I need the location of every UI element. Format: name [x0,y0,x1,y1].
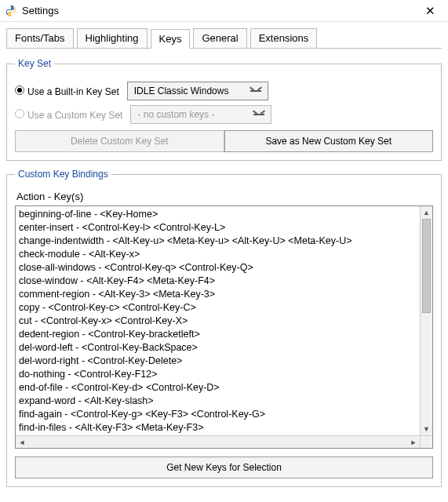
bindings-legend: Custom Key Bindings [15,169,111,180]
scroll-thumb[interactable] [422,219,431,313]
svg-point-1 [12,14,13,16]
scroll-down-icon[interactable]: ▼ [421,423,432,435]
list-item[interactable]: expand-word - <Alt-Key-slash> [19,395,417,408]
tab-fonts[interactable]: Fonts/Tabs [6,28,74,48]
builtin-keyset-row: Use a Built-in Key Set IDLE Classic Wind… [15,82,433,100]
titlebar: Settings ✕ [0,0,448,22]
list-item[interactable]: close-all-windows - <Control-Key-q> <Con… [19,261,417,275]
list-item[interactable]: cut - <Control-Key-x> <Control-Key-X> [19,315,417,328]
dropdown-icon [253,114,264,115]
bindings-listbox[interactable]: beginning-of-line - <Key-Home>center-ins… [15,206,433,449]
list-item[interactable]: check-module - <Alt-Key-x> [19,248,417,261]
close-button[interactable]: ✕ [417,2,443,20]
builtin-keyset-combo[interactable]: IDLE Classic Windows [127,82,268,100]
builtin-radio-label: Use a Built-in Key Set [27,86,119,97]
list-item[interactable]: center-insert - <Control-Key-l> <Control… [19,221,417,235]
tab-extensions[interactable]: Extensions [250,28,318,48]
keyset-group: Key Set Use a Built-in Key Set IDLE Clas… [6,58,442,161]
dropdown-icon [250,90,261,92]
tab-general[interactable]: General [193,28,246,48]
tab-content: Key Set Use a Built-in Key Set IDLE Clas… [6,48,442,487]
keyset-button-row: Delete Custom Key Set Save as New Custom… [15,130,433,152]
custom-keyset-value: - no custom keys - [137,109,214,120]
custom-radio-label: Use a Custom Key Set [27,110,122,121]
list-item[interactable]: do-nothing - <Control-Key-F12> [19,368,417,381]
list-item[interactable]: del-word-left - <Control-Key-BackSpace> [19,341,417,355]
scroll-up-icon[interactable]: ▲ [421,206,432,219]
app-icon [5,5,17,17]
save-keyset-button[interactable]: Save as New Custom Key Set [224,130,434,152]
list-item[interactable]: find-again - <Control-Key-g> <Key-F3> <C… [19,408,417,421]
get-new-keys-button[interactable]: Get New Keys for Selection [15,457,433,478]
list-item[interactable]: copy - <Control-Key-c> <Control-Key-C> [19,301,417,315]
scroll-right-icon[interactable]: ► [407,436,420,448]
bindings-header: Action - Key(s) [16,191,433,202]
custom-keyset-combo: - no custom keys - [130,105,271,124]
list-item[interactable]: end-of-file - <Control-Key-d> <Control-K… [19,381,417,395]
bindings-group: Custom Key Bindings Action - Key(s) begi… [6,169,442,487]
horizontal-scrollbar[interactable]: ◄ ► [16,435,420,448]
builtin-keyset-value: IDLE Classic Windows [134,85,229,96]
scroll-track[interactable] [421,219,432,423]
list-item[interactable]: beginning-of-line - <Key-Home> [19,208,417,221]
keyset-legend: Key Set [15,58,54,69]
list-item[interactable]: comment-region - <Alt-Key-3> <Meta-Key-3… [19,288,417,301]
tab-highlighting[interactable]: Highlighting [77,28,148,48]
bindings-list-content[interactable]: beginning-of-line - <Key-Home>center-ins… [16,206,420,435]
vertical-scrollbar[interactable]: ▲ ▼ [420,206,432,435]
list-item[interactable]: dedent-region - <Control-Key-bracketleft… [19,328,417,341]
list-item[interactable]: change-indentwidth - <Alt-Key-u> <Meta-K… [19,235,417,248]
svg-point-0 [9,6,10,8]
delete-keyset-button: Delete Custom Key Set [15,130,224,152]
tab-bar: Fonts/Tabs Highlighting Keys General Ext… [0,22,448,48]
tab-keys[interactable]: Keys [151,29,191,49]
list-item[interactable]: del-word-right - <Control-Key-Delete> [19,355,417,368]
custom-keyset-row: Use a Custom Key Set - no custom keys - [15,105,433,124]
scroll-corner [420,435,432,448]
scroll-left-icon[interactable]: ◄ [16,436,28,448]
builtin-radio[interactable]: Use a Built-in Key Set [15,85,119,97]
custom-radio: Use a Custom Key Set [15,109,122,121]
window-title: Settings [22,5,417,16]
list-item[interactable]: close-window - <Alt-Key-F4> <Meta-Key-F4… [19,275,417,288]
list-item[interactable]: find-in-files - <Alt-Key-F3> <Meta-Key-F… [19,421,417,435]
